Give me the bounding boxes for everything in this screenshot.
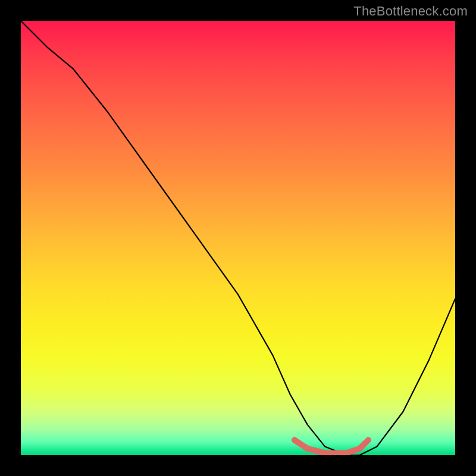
chart-frame: TheBottleneck.com — [0, 0, 476, 476]
plot-area — [21, 21, 455, 455]
bottleneck-curve-path — [21, 21, 455, 455]
curve-layer — [21, 21, 455, 455]
watermark-text: TheBottleneck.com — [353, 4, 468, 19]
optimal-range-marker-path — [295, 440, 368, 453]
